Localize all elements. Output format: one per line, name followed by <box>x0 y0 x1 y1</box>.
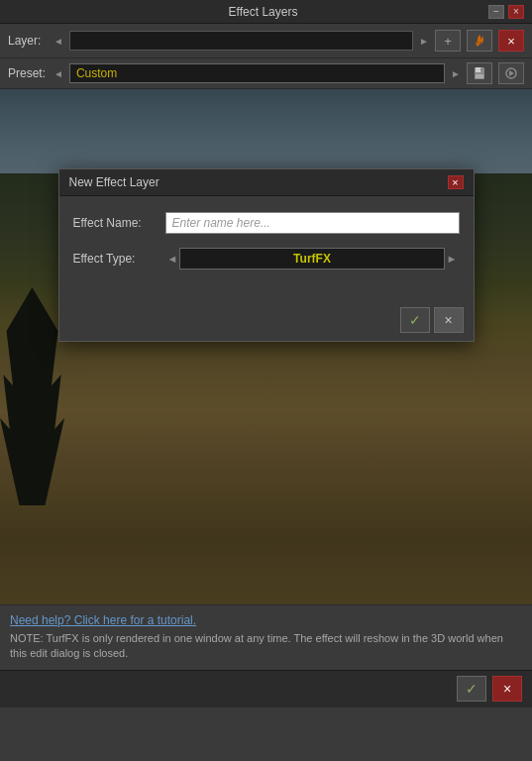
layer-toolbar: Layer: ◄ ► + × <box>0 24 532 58</box>
layer-prev-arrow[interactable]: ◄ <box>53 36 63 47</box>
svg-rect-3 <box>480 68 482 72</box>
modal-body: Effect Name: Effect Type: ◄ TurfFX ► <box>59 196 474 299</box>
modal-cancel-button[interactable]: × <box>434 307 464 333</box>
modal-overlay: New Effect Layer × Effect Name: Effect T… <box>0 89 532 604</box>
bottom-close-button[interactable]: × <box>492 676 522 702</box>
load-preset-button[interactable] <box>498 62 524 84</box>
delete-layer-button[interactable]: × <box>498 30 524 52</box>
modal-close-button[interactable]: × <box>448 175 464 189</box>
main-content: New Effect Layer × Effect Name: Effect T… <box>0 89 532 604</box>
info-area: Need help? Click here for a tutorial. NO… <box>0 604 532 670</box>
note-text: NOTE: TurfFX is only rendered in one win… <box>10 631 522 662</box>
preset-field: Custom <box>69 63 445 83</box>
effect-name-label: Effect Name: <box>73 216 158 230</box>
bottom-bar: ✓ × <box>0 670 532 707</box>
preset-next-arrow[interactable]: ► <box>451 68 461 79</box>
layer-field[interactable] <box>69 31 413 51</box>
effect-type-label: Effect Type: <box>73 252 158 266</box>
svg-rect-2 <box>476 74 483 78</box>
modal-title: New Effect Layer <box>69 175 160 189</box>
preset-label: Preset: <box>8 66 48 80</box>
effect-type-row: Effect Type: ◄ TurfFX ► <box>73 248 460 270</box>
effect-name-row: Effect Name: <box>73 212 460 234</box>
window-controls: − × <box>488 5 524 19</box>
window-title: Effect Layers <box>38 5 488 19</box>
layer-next-arrow[interactable]: ► <box>419 36 429 47</box>
minimize-button[interactable]: − <box>488 5 504 19</box>
save-preset-button[interactable] <box>467 62 492 84</box>
modal-ok-button[interactable]: ✓ <box>400 307 430 333</box>
close-button[interactable]: × <box>508 5 524 19</box>
new-effect-layer-dialog: New Effect Layer × Effect Name: Effect T… <box>58 168 475 342</box>
modal-header: New Effect Layer × <box>59 169 474 196</box>
preset-prev-arrow[interactable]: ◄ <box>53 68 63 79</box>
add-layer-button[interactable]: + <box>435 30 461 52</box>
preset-row: Preset: ◄ Custom ► <box>0 58 532 89</box>
title-bar: Effect Layers − × <box>0 0 532 24</box>
modal-footer: ✓ × <box>59 299 474 341</box>
effect-type-field: TurfFX <box>179 248 444 270</box>
svg-marker-5 <box>509 70 514 76</box>
effect-name-input[interactable] <box>165 212 460 234</box>
fire-button[interactable] <box>467 30 492 52</box>
effect-type-container: ◄ TurfFX ► <box>165 248 460 270</box>
bottom-ok-button[interactable]: ✓ <box>457 676 486 702</box>
effect-type-prev-arrow[interactable]: ◄ <box>165 253 180 265</box>
effect-type-value: TurfFX <box>293 252 331 266</box>
effect-type-next-arrow[interactable]: ► <box>445 253 460 265</box>
layer-label: Layer: <box>8 34 48 48</box>
preset-value: Custom <box>76 66 117 80</box>
help-link[interactable]: Need help? Click here for a tutorial. <box>10 613 522 627</box>
